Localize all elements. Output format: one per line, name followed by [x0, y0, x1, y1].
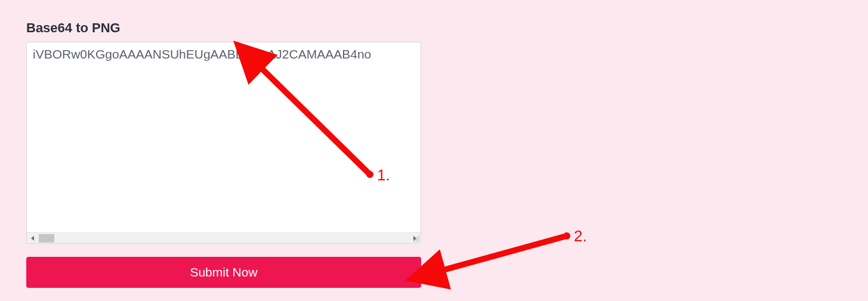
svg-line-4 — [418, 241, 419, 242]
svg-line-7 — [441, 236, 567, 271]
scroll-left-icon[interactable] — [28, 234, 38, 242]
svg-point-8 — [563, 232, 570, 239]
scroll-track[interactable] — [39, 234, 409, 242]
page-title: Base64 to PNG — [26, 20, 421, 36]
svg-marker-0 — [31, 236, 34, 241]
resize-handle-icon[interactable] — [411, 234, 419, 242]
horizontal-scrollbar[interactable] — [27, 232, 421, 243]
scroll-thumb[interactable] — [39, 234, 54, 242]
submit-button-label: Submit Now — [190, 265, 257, 280]
base64-input[interactable]: iVBORw0KGgoAAAANSUhEUgAABLAAAAJ2CAMAAAB4… — [26, 42, 421, 244]
annotation-label-2: 2. — [574, 227, 587, 245]
tool-panel: Base64 to PNG iVBORw0KGgoAAAANSUhEUgAABL… — [26, 20, 421, 288]
submit-button[interactable]: Submit Now — [26, 257, 421, 288]
base64-input-content[interactable]: iVBORw0KGgoAAAANSUhEUgAABLAAAAJ2CAMAAAB4… — [27, 42, 421, 232]
